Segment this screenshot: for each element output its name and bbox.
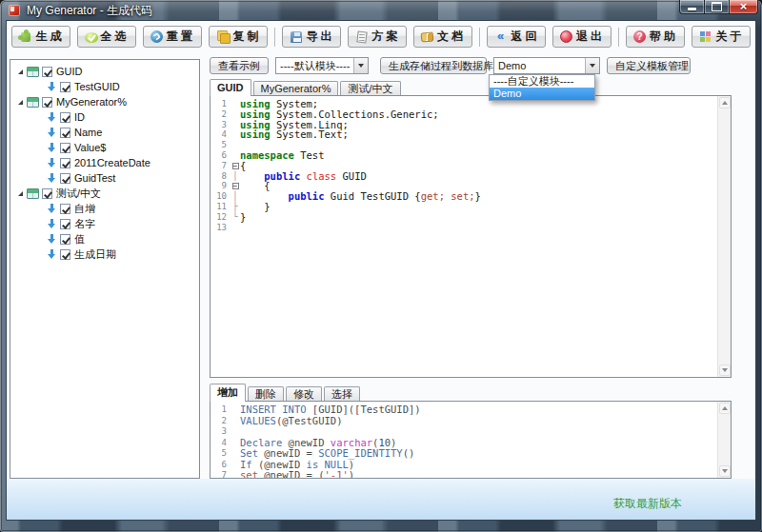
line-number: 5 [214,448,231,460]
code-editor-scrollbar[interactable] [717,96,731,377]
scroll-up-icon[interactable] [719,403,731,414]
help-icon [633,30,646,43]
update-link[interactable]: 获取最新版本 [613,496,682,512]
tree-item[interactable]: Value$ [10,140,199,155]
fold-guide: │ [231,171,240,182]
tree-item[interactable]: 生成日期 [10,246,199,262]
code-line: 12└} [214,212,717,223]
save-icon [291,31,302,43]
line-number: 3 [214,426,231,438]
close-button[interactable] [729,0,758,14]
expander-icon[interactable] [18,100,23,105]
sql-code-area[interactable]: 1INSERT INTO [GUID]([TestGUID])2VALUES(@… [211,402,717,478]
custom-module-combo[interactable]: Demo [493,57,600,74]
tree-checkbox[interactable] [60,112,70,123]
export-button[interactable]: 导出 [282,26,341,48]
code-editor[interactable]: 1using System;2using System.Collections.… [210,95,732,378]
tree-checkbox[interactable] [60,128,70,138]
tree-item[interactable]: 测试/中文 [10,186,199,201]
tree-checkbox[interactable] [42,67,52,77]
back-button[interactable]: 返回 [487,26,546,48]
scheme-button[interactable]: 方案 [348,26,407,48]
default-module-combo[interactable]: ----默认模块---- [275,57,369,74]
select-all-button[interactable]: 全选 [77,26,136,48]
tree-item[interactable]: 2011CreateDate [10,155,199,170]
tree-item[interactable]: 名字 [10,216,199,231]
back-icon [493,30,509,44]
document-button-label: 文档 [437,29,466,45]
scroll-down-icon[interactable] [719,365,731,376]
tree-checkbox[interactable] [60,143,70,153]
chevron-down-icon[interactable] [585,58,599,73]
dropdown-item[interactable]: Demo [490,88,594,100]
tab-mygenerator[interactable]: MyGenerator% [253,81,339,95]
exit-button[interactable]: 退出 [552,26,612,48]
tree-checkbox[interactable] [60,204,70,214]
about-button[interactable]: 关于 [692,26,751,48]
scroll-down-icon[interactable] [719,465,731,477]
custom-module-combo-value: Demo [494,60,585,71]
document-button[interactable]: 文档 [413,26,472,48]
dropdown-item[interactable]: ----自定义模块---- [490,75,594,88]
code-text: set @newID = ('-1') [240,470,354,478]
tree-item[interactable]: ID [10,109,199,125]
scroll-up-icon[interactable] [719,97,731,108]
tree-item[interactable]: 自增 [10,201,199,216]
tab-select[interactable]: 选择 [324,386,360,401]
code-text: using System.Text; [240,129,349,140]
chevron-down-icon[interactable] [353,58,368,73]
tree-item[interactable]: 值 [10,231,199,246]
tree-checkbox[interactable] [42,188,52,199]
fold-collapse-icon[interactable]: − [232,183,239,189]
copy-button[interactable]: 复制 [209,26,268,48]
tree-checkbox[interactable] [60,234,70,245]
expander-icon[interactable] [18,191,23,196]
sql-editor-scrollbar[interactable] [717,402,731,478]
tab-update[interactable]: 修改 [286,386,322,401]
generate-button[interactable]: 生成 [11,26,70,48]
manage-templates-button[interactable]: 自定义模板管理 [607,57,691,74]
code-line: 7set @newID = ('-1') [214,470,717,478]
code-line: 8│ public class GUID [214,171,717,182]
tree-checkbox[interactable] [60,158,70,168]
tree-checkbox[interactable] [60,173,70,184]
tree-item-label: TestGUID [74,81,120,92]
view-example-button[interactable]: 查看示例 [210,57,269,74]
tree-checkbox[interactable] [60,249,70,260]
fold-guide: └ [231,212,240,223]
generate-button-label: 生成 [36,29,65,45]
tab-delete[interactable]: 删除 [248,386,284,401]
expander-icon[interactable] [18,69,23,74]
tree-item[interactable]: MyGenerator% [10,94,199,109]
tree-checkbox[interactable] [42,97,52,108]
tab-test-chinese[interactable]: 测试/中文 [340,81,400,95]
sql-editor[interactable]: 1INSERT INTO [GUID]([TestGUID])2VALUES(@… [210,401,732,479]
code-line: 13 [214,223,717,233]
column-arrow-icon [47,233,57,245]
tree-item[interactable]: GuidTest [10,170,199,186]
tree-checkbox[interactable] [60,82,70,92]
tab-insert[interactable]: 增加 [210,384,246,402]
tree-panel[interactable]: GUIDTestGUIDMyGenerator%IDNameValue$2011… [10,59,200,479]
tree-item[interactable]: Name [10,125,199,140]
tree-item[interactable]: TestGUID [10,79,199,94]
line-number: 4 [214,129,231,140]
column-arrow-icon [47,218,57,229]
fold-collapse-icon[interactable]: − [232,163,239,169]
line-number: 10 [214,191,231,202]
help-button[interactable]: 帮助 [626,26,685,48]
code-line: 4using System.Text; [214,129,717,140]
tree-checkbox[interactable] [60,219,70,229]
export-button-label: 导出 [307,29,335,45]
about-icon [698,30,713,44]
minimize-button[interactable] [679,0,705,14]
tree-item[interactable]: GUID [10,64,199,79]
code-area[interactable]: 1using System;2using System.Collections.… [211,96,717,377]
fold-guide: ├ [231,202,240,212]
maximize-button[interactable] [705,0,729,14]
reset-button[interactable]: 重置 [143,26,202,48]
column-arrow-icon [47,172,57,184]
generate-stored-procedure-button[interactable]: 生成存储过程到数据库 [380,57,487,74]
tab-guid[interactable]: GUID [210,79,251,96]
line-number: 1 [214,99,231,109]
